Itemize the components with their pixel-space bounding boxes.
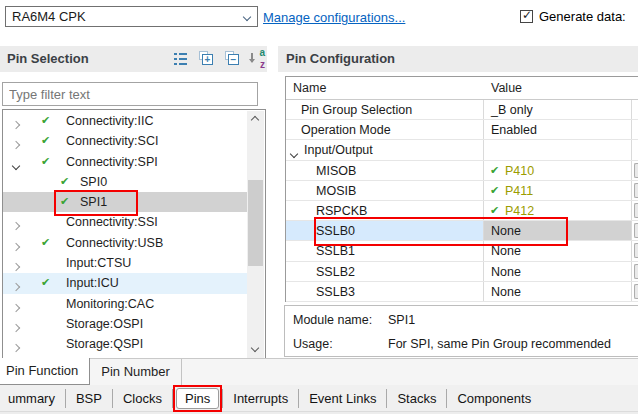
pin-value-cell[interactable]: ✔P410 bbox=[484, 161, 631, 180]
check-icon: ✔ bbox=[41, 134, 50, 147]
usage-label: Usage: bbox=[293, 337, 333, 351]
check-icon: ✔ bbox=[41, 155, 50, 168]
chevron-right-icon[interactable] bbox=[13, 117, 19, 131]
tab-label: BSP bbox=[76, 391, 102, 406]
pin-row-misob[interactable]: MISOB✔P410 bbox=[286, 161, 638, 181]
pin-row-operation-mode[interactable]: Operation ModeEnabled bbox=[286, 120, 638, 140]
tree-item-spi1[interactable]: ✔SPI1 bbox=[3, 192, 248, 212]
tree-item-input-icu[interactable]: ✔Input:ICU bbox=[3, 273, 248, 293]
edit-button-sliver[interactable] bbox=[634, 203, 638, 218]
tab-label: ummary bbox=[8, 391, 55, 406]
scroll-down-icon[interactable] bbox=[247, 342, 264, 358]
pin-value-cell[interactable]: None bbox=[484, 241, 631, 260]
scrollbar-thumb[interactable] bbox=[248, 180, 263, 266]
tree-item-connectivity-spi[interactable]: ✔Connectivity:SPI bbox=[3, 152, 248, 172]
chevron-right-icon[interactable] bbox=[13, 279, 19, 293]
tree-item-label: Input:CTSU bbox=[66, 256, 131, 270]
tree-item-label: Connectivity:USB bbox=[66, 236, 163, 250]
pin-configuration-title: Pin Configuration bbox=[286, 51, 395, 66]
chevron-right-icon[interactable] bbox=[13, 300, 19, 314]
tab-label: Stacks bbox=[397, 391, 436, 406]
chevron-right-icon[interactable] bbox=[13, 320, 19, 334]
pin-row-pin-group-selection[interactable]: Pin Group Selection_B only bbox=[286, 100, 638, 120]
chevron-right-icon[interactable] bbox=[13, 218, 19, 232]
pin-name-text: SSLB3 bbox=[316, 285, 355, 299]
tab-components[interactable]: Components bbox=[450, 389, 538, 408]
tab-interrupts[interactable]: Interrupts bbox=[226, 389, 295, 408]
edit-button-sliver[interactable] bbox=[634, 183, 638, 198]
tree-item-connectivity-ssi[interactable]: Connectivity:SSI bbox=[3, 212, 248, 232]
manage-configurations-link[interactable]: Manage configurations... bbox=[263, 10, 405, 25]
pin-value-text: P410 bbox=[505, 164, 534, 178]
table-header-row: Name Value bbox=[286, 77, 638, 100]
scroll-up-icon[interactable] bbox=[247, 111, 264, 127]
view-menu-icon[interactable] bbox=[172, 50, 189, 67]
pin-value-cell[interactable]: Enabled bbox=[484, 120, 631, 139]
tab-pin-function[interactable]: Pin Function bbox=[0, 358, 90, 385]
pin-row-sslb3[interactable]: SSLB3None bbox=[286, 282, 638, 302]
generate-data-checkbox[interactable]: ✓ bbox=[520, 10, 533, 23]
edit-button-sliver[interactable] bbox=[634, 163, 638, 178]
pin-extra-cell bbox=[631, 262, 638, 281]
tab-clocks[interactable]: Clocks bbox=[116, 389, 169, 408]
edit-button-sliver[interactable] bbox=[634, 243, 638, 258]
tree-item-spi0[interactable]: ✔SPI0 bbox=[3, 172, 248, 192]
tab-stacks[interactable]: Stacks bbox=[390, 389, 443, 408]
pin-name-cell: MISOB bbox=[286, 161, 484, 180]
pin-value-cell[interactable]: ✔P412 bbox=[484, 201, 631, 220]
pin-value-cell[interactable]: None bbox=[484, 221, 631, 240]
chevron-right-icon[interactable] bbox=[13, 137, 19, 151]
chevron-down-icon[interactable] bbox=[13, 158, 19, 172]
tab-event-links[interactable]: Event Links bbox=[302, 389, 383, 408]
tree-item-connectivity-usb[interactable]: ✔Connectivity:USB bbox=[3, 233, 248, 253]
filter-input[interactable] bbox=[2, 82, 258, 106]
column-header-name: Name bbox=[293, 81, 326, 95]
tree-item-connectivity-iic[interactable]: ✔Connectivity:IIC bbox=[3, 111, 248, 131]
collapse-all-icon[interactable]: − bbox=[224, 50, 241, 67]
configuration-select[interactable]: RA6M4 CPK bbox=[5, 6, 258, 27]
pin-value-cell[interactable]: None bbox=[484, 262, 631, 281]
tree-item-storage-qspi[interactable]: Storage:QSPI bbox=[3, 334, 248, 354]
pin-name-cell: RSPCKB bbox=[286, 201, 484, 220]
pin-row-sslb1[interactable]: SSLB1None bbox=[286, 241, 638, 261]
pin-selection-tree: ✔Connectivity:IIC✔Connectivity:SCI✔Conne… bbox=[3, 111, 248, 355]
tab-separator bbox=[112, 389, 113, 408]
pin-extra-cell bbox=[631, 201, 638, 220]
tab-bsp[interactable]: BSP bbox=[69, 389, 109, 408]
pin-value-cell[interactable]: _B only bbox=[484, 100, 631, 119]
pin-row-mosib[interactable]: MOSIB✔P411 bbox=[286, 181, 638, 201]
tab-pins[interactable]: Pins bbox=[176, 388, 219, 409]
tab-label: Pin Function bbox=[6, 363, 78, 378]
module-info-panel: Module name: SPI1 Usage: For SPI, same P… bbox=[284, 305, 638, 357]
edit-button-sliver[interactable] bbox=[634, 223, 638, 238]
pin-row-sslb2[interactable]: SSLB2None bbox=[286, 262, 638, 282]
tree-scrollbar[interactable] bbox=[247, 111, 264, 358]
pin-extra-cell bbox=[631, 120, 638, 139]
pin-row-rspckb[interactable]: RSPCKB✔P412 bbox=[286, 201, 638, 221]
pin-value-cell[interactable]: None bbox=[484, 282, 631, 301]
pin-row-input-output[interactable]: Input/Output bbox=[286, 140, 638, 160]
pin-selection-toolbar: + − az bbox=[170, 50, 270, 68]
usage-value: For SPI, same Pin Group recommended bbox=[388, 337, 611, 351]
edit-button-sliver[interactable] bbox=[634, 264, 638, 279]
edit-button-sliver[interactable] bbox=[634, 284, 638, 299]
pin-value-cell[interactable]: ✔P411 bbox=[484, 181, 631, 200]
tree-item-input-ctsu[interactable]: Input:CTSU bbox=[3, 253, 248, 273]
tab-pin-number[interactable]: Pin Number bbox=[90, 359, 182, 385]
sort-az-icon[interactable]: az bbox=[249, 50, 266, 67]
tree-item-storage-ospi[interactable]: Storage:OSPI bbox=[3, 314, 248, 334]
tab-separator bbox=[222, 389, 223, 408]
tab-ummary[interactable]: ummary bbox=[1, 389, 62, 408]
tree-item-monitoring-cac[interactable]: Monitoring:CAC bbox=[3, 294, 248, 314]
pin-name-text: SSLB1 bbox=[316, 244, 355, 258]
chevron-down-icon[interactable] bbox=[291, 146, 297, 160]
expand-all-icon[interactable]: + bbox=[198, 50, 215, 67]
chevron-right-icon[interactable] bbox=[13, 259, 19, 273]
tree-item-connectivity-sci[interactable]: ✔Connectivity:SCI bbox=[3, 131, 248, 151]
check-icon: ✔ bbox=[60, 175, 69, 188]
pin-row-sslb0[interactable]: SSLB0None bbox=[286, 221, 638, 241]
pin-value-cell[interactable] bbox=[484, 140, 631, 159]
pin-selection-title: Pin Selection bbox=[7, 51, 89, 66]
chevron-right-icon[interactable] bbox=[13, 340, 19, 354]
chevron-right-icon[interactable] bbox=[13, 239, 19, 253]
